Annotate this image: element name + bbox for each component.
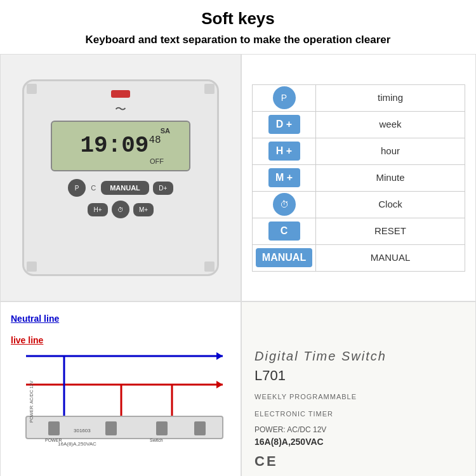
key-label-cell: Minute — [316, 164, 465, 191]
wiring-cell: Neutral line live line 16A(8)A,25 — [0, 301, 241, 476]
key-clock-label: Clock — [372, 199, 409, 209]
page-subtitle: Keyboard and text separation to make the… — [0, 31, 476, 54]
key-c-btn[interactable]: C — [268, 221, 300, 241]
table-row: M + Minute — [253, 164, 465, 191]
key-btn-cell: ⏱ — [253, 191, 316, 218]
key-minute-label: Minute — [369, 172, 411, 183]
btn-clock[interactable]: ⏱ — [112, 201, 129, 218]
mount-corner-bl — [27, 261, 37, 272]
product-desc-2: ELECTRONIC TIMER — [255, 409, 333, 420]
btn-mplus[interactable]: M+ — [133, 203, 154, 216]
product-power-label: POWER: AC/DC 12V — [255, 425, 326, 434]
svg-text:POWER: AC/DC 12V: POWER: AC/DC 12V — [29, 381, 34, 423]
power-indicator — [111, 90, 130, 98]
btn-dplus[interactable]: D+ — [153, 182, 173, 195]
buttons-row-2: H+ ⏱ M+ — [88, 201, 154, 218]
key-week-label: week — [373, 119, 407, 129]
svg-text:301603: 301603 — [74, 428, 91, 433]
key-clock-btn[interactable]: ⏱ — [273, 193, 296, 216]
table-row: P timing — [253, 84, 465, 111]
key-label-cell: MANUAL — [316, 244, 465, 271]
btn-p[interactable]: P — [68, 179, 86, 197]
buttons-row-1: P C MANUAL D+ — [68, 179, 173, 197]
key-btn-cell: M + — [253, 164, 316, 191]
key-label-cell: timing — [316, 84, 465, 111]
product-title: Digital Time Switch — [255, 349, 387, 364]
key-dplus-btn[interactable]: D + — [268, 115, 300, 134]
key-label-cell: hour — [316, 138, 465, 164]
table-row: C RESET — [253, 218, 465, 244]
btn-hplus[interactable]: H+ — [88, 203, 108, 216]
table-row: H + hour — [253, 138, 465, 164]
lcd-seconds: 48 — [149, 135, 161, 146]
product-info-cell: Digital Time Switch L701 WEEKLY PROGRAMM… — [241, 301, 476, 476]
key-table-cell: P timing D + week H + — [241, 54, 476, 301]
mount-corner-tr — [204, 84, 215, 94]
device-container: 〜 SA 19:09 48 OFF P C MANUAL D+ H+ ⏱ M+ — [22, 79, 219, 276]
key-manual-btn[interactable]: MANUAL — [256, 248, 312, 267]
svg-text:Switch: Switch — [150, 438, 163, 442]
btn-manual[interactable]: MANUAL — [101, 181, 149, 195]
key-label-cell: week — [316, 111, 465, 138]
key-btn-cell: MANUAL — [253, 244, 316, 271]
lcd-time: 19:09 — [80, 135, 149, 157]
key-manual-label: MANUAL — [364, 252, 417, 263]
svg-rect-7 — [105, 421, 117, 435]
key-label-cell: RESET — [316, 218, 465, 244]
page-title: Soft keys — [0, 0, 476, 31]
lcd-screen: SA 19:09 48 OFF — [51, 121, 190, 171]
key-hour-label: hour — [374, 145, 406, 156]
product-power-rating: 16A(8)A,250VAC — [255, 437, 324, 447]
key-table: P timing D + week H + — [252, 84, 465, 272]
mount-corner-br — [204, 261, 215, 272]
lcd-day: SA — [161, 127, 170, 135]
key-mplus-btn[interactable]: M + — [268, 168, 300, 187]
table-row: ⏱ Clock — [253, 191, 465, 218]
svg-rect-9 — [194, 421, 206, 435]
ce-mark: CE — [255, 453, 278, 470]
lcd-status: OFF — [150, 157, 164, 165]
wiring-svg: 16A(8)A,250VAC POWER: AC/DC 12V POWER Sw… — [7, 321, 229, 448]
svg-rect-8 — [156, 421, 168, 435]
svg-text:POWER: POWER — [45, 438, 62, 442]
table-row: MANUAL MANUAL — [253, 244, 465, 271]
product-model: L701 — [255, 367, 286, 384]
svg-text:16A(8)A,250VAC: 16A(8)A,250VAC — [58, 441, 96, 447]
key-btn-cell: C — [253, 218, 316, 244]
key-btn-cell: H + — [253, 138, 316, 164]
key-label-cell: Clock — [316, 191, 465, 218]
btn-c-label: C — [91, 184, 96, 192]
svg-marker-11 — [216, 381, 223, 388]
key-reset-label: RESET — [368, 225, 413, 236]
wave-symbol: 〜 — [115, 102, 126, 117]
table-row: D + week — [253, 111, 465, 138]
svg-rect-6 — [48, 421, 60, 435]
mount-corner-tl — [27, 84, 37, 94]
key-timing-label: timing — [371, 92, 409, 103]
svg-marker-10 — [216, 352, 223, 360]
key-btn-cell: D + — [253, 111, 316, 138]
product-desc-1: WEEKLY PROGRAMMABLE — [255, 392, 357, 402]
device-image-cell: 〜 SA 19:09 48 OFF P C MANUAL D+ H+ ⏱ M+ — [0, 54, 241, 301]
key-p-btn[interactable]: P — [273, 86, 296, 109]
key-hplus-btn[interactable]: H + — [268, 142, 300, 161]
key-btn-cell: P — [253, 84, 316, 111]
